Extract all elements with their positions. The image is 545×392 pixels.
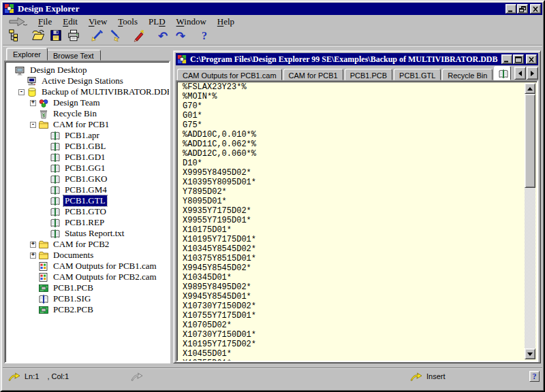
spell-pen-button[interactable] [130, 28, 148, 44]
tree-item-backup-of-multivibrator-ddb[interactable]: -Backup of MULTIVIBRATOR.DDB [5, 86, 169, 97]
menu-edit[interactable]: Edit [57, 16, 83, 28]
tree-item-cam-outputs-for-pcb1-cam[interactable]: CAM Outputs for PCB1.cam [5, 261, 169, 272]
tree-item-label: PCB1.GG1 [63, 163, 107, 174]
tree-item-cam-for-pcb2[interactable]: +CAM for PCB2 [5, 239, 169, 250]
tree-item-pcb1-pcb[interactable]: PCB1.PCB [5, 282, 169, 293]
menu-accel: H [217, 16, 223, 27]
tab-scroll-left-button[interactable] [514, 67, 526, 80]
tree-item-cam-for-pcb1[interactable]: -CAM for PCB1 [5, 119, 169, 130]
tree-item-design-desktop[interactable]: Design Desktop [5, 65, 169, 76]
open-document-icon [31, 29, 45, 44]
print-document-button[interactable] [65, 28, 82, 44]
tree-item-label: CAM Outputs for PCB2.cam [52, 272, 158, 282]
cursor-position-icon [8, 372, 20, 381]
redo-button[interactable]: ↷ [172, 28, 189, 44]
minimize-button[interactable] [505, 4, 516, 14]
tree-item-cam-outputs-for-pcb2-cam[interactable]: CAM Outputs for PCB2.cam [5, 272, 169, 282]
doc-maximize-button[interactable] [513, 54, 524, 64]
doc-tab-cam-outputs-pcb1[interactable]: CAM Outputs for PCB1.cam [177, 69, 282, 80]
save-document-icon [49, 29, 63, 44]
explorer-panel-toggle-button[interactable] [5, 28, 23, 44]
tree-item-label: Recycle Bin [52, 108, 98, 119]
doc-close-button[interactable] [526, 54, 537, 64]
undo-button[interactable]: ↶ [154, 28, 172, 44]
insert-mode-label: Insert [426, 372, 446, 380]
gerber-text[interactable]: %FSLAX23Y23*% %MOIN*% G70* G01* G75* %AD… [177, 82, 537, 362]
tab-explorer[interactable]: Explorer [6, 48, 48, 61]
toolbar-group [89, 28, 124, 44]
tree-item-label: CAM for PCB1 [52, 119, 110, 130]
cross-probe-tool-button[interactable] [89, 28, 106, 44]
tree-item-documents[interactable]: +Documents [5, 250, 169, 261]
menu-label: ools [123, 16, 138, 27]
tree-item-pcb1-gbl[interactable]: PCB1.GBL [5, 141, 169, 152]
menu-accel: E [63, 16, 68, 27]
tree-item-label: PCB1.SIG [52, 293, 92, 304]
tree-item-status-report-txt[interactable]: Status Report.txt [5, 228, 169, 239]
tree-item-design-team[interactable]: +Design Team [5, 97, 169, 108]
tab-scroll-right-button[interactable] [527, 67, 538, 80]
collapse-icon[interactable]: - [18, 89, 25, 95]
scroll-down-button[interactable] [525, 348, 535, 359]
tree-item-pcb2-pcb[interactable]: PCB2.PCB [5, 304, 169, 315]
pick-tool-button[interactable] [106, 28, 124, 44]
doc-minimize-button[interactable] [501, 54, 512, 64]
close-button[interactable] [530, 4, 541, 14]
down-arrow-icon [527, 353, 533, 356]
document-content: %FSLAX23Y23*% %MOIN*% G70* G01* G75* %AD… [176, 80, 538, 362]
open-document-button[interactable] [29, 28, 47, 44]
vertical-scrollbar[interactable] [525, 83, 535, 359]
doc-tab-pcb1-gtl[interactable]: PCB1.GTL [394, 69, 441, 80]
expand-icon[interactable]: + [30, 252, 36, 259]
folder-icon [38, 250, 49, 261]
tree-item-pcb1-gko[interactable]: PCB1.GKO [5, 174, 169, 184]
collapse-icon[interactable]: - [30, 122, 36, 128]
status-help-button[interactable]: ? [529, 371, 540, 382]
expand-icon[interactable]: + [30, 100, 36, 106]
doc-tab-pcb1-pcb[interactable]: PCB1.PCB [345, 69, 392, 80]
doc-tab-cam-for-pcb1[interactable]: CAM for PCB1 [283, 69, 343, 80]
tab-browse-text[interactable]: Browse Text [46, 50, 101, 61]
toolbar-group [130, 28, 148, 44]
app-title: Design Explorer [18, 3, 505, 14]
menu-file[interactable]: File [33, 16, 57, 28]
menu-view[interactable]: View [83, 16, 112, 28]
tree-item-pcb1-gm4[interactable]: PCB1.GM4 [5, 184, 169, 195]
tree-item-pcb1-sig[interactable]: PCB1.SIG [5, 293, 169, 304]
scroll-up-button[interactable] [525, 83, 535, 94]
tree-item-pcb1-rep[interactable]: PCB1.REP [5, 217, 169, 228]
menu-pld[interactable]: PLD [143, 16, 171, 28]
toolbar: ↶↷? [3, 28, 542, 44]
restore-button[interactable] [517, 4, 528, 14]
tree-item-active-design-stations[interactable]: Active Design Stations [5, 76, 169, 86]
tree-item-pcb1-apr[interactable]: PCB1.apr [5, 130, 169, 141]
help-button[interactable]: ? [196, 28, 213, 44]
save-document-button[interactable] [47, 28, 65, 44]
menu-help[interactable]: Help [212, 16, 240, 28]
explorer-tree: Design DesktopActive Design Stations-Bac… [4, 61, 170, 363]
menu-label: ile [43, 16, 52, 27]
tree-item-pcb1-gtl[interactable]: PCB1.GTL [5, 195, 169, 206]
tree-item-label: PCB1.GM4 [63, 184, 108, 195]
folder-icon [38, 240, 49, 250]
tree-item-pcb1-gto[interactable]: PCB1.GTO [5, 206, 169, 217]
tree-item-label: PCB1.REP [63, 217, 106, 228]
expand-icon[interactable]: + [30, 242, 36, 248]
textdoc-icon [50, 163, 61, 174]
redo-icon: ↷ [176, 31, 185, 42]
right-arrow-icon [531, 71, 534, 76]
menu-grab-arrow-icon[interactable] [8, 16, 29, 27]
tree-item-pcb1-gd1[interactable]: PCB1.GD1 [5, 152, 169, 163]
tree-item-recycle-bin[interactable]: Recycle Bin [5, 108, 169, 119]
textdoc-icon [50, 185, 61, 195]
pick-tool-icon [108, 29, 122, 44]
menu-tools[interactable]: Tools [112, 16, 143, 28]
menu-window[interactable]: Window [171, 16, 212, 28]
print-document-icon [67, 29, 80, 44]
menu-label: iew [95, 16, 108, 27]
doc-tab-active-pcb1-gtl[interactable]: PCB1.GTL [494, 66, 511, 80]
doc-tab-recycle-bin[interactable]: Recycle Bin [442, 69, 493, 80]
scrollbar-thumb[interactable] [525, 94, 535, 188]
cross-probe-tool-icon [91, 29, 104, 44]
tree-item-pcb1-gg1[interactable]: PCB1.GG1 [5, 163, 169, 174]
